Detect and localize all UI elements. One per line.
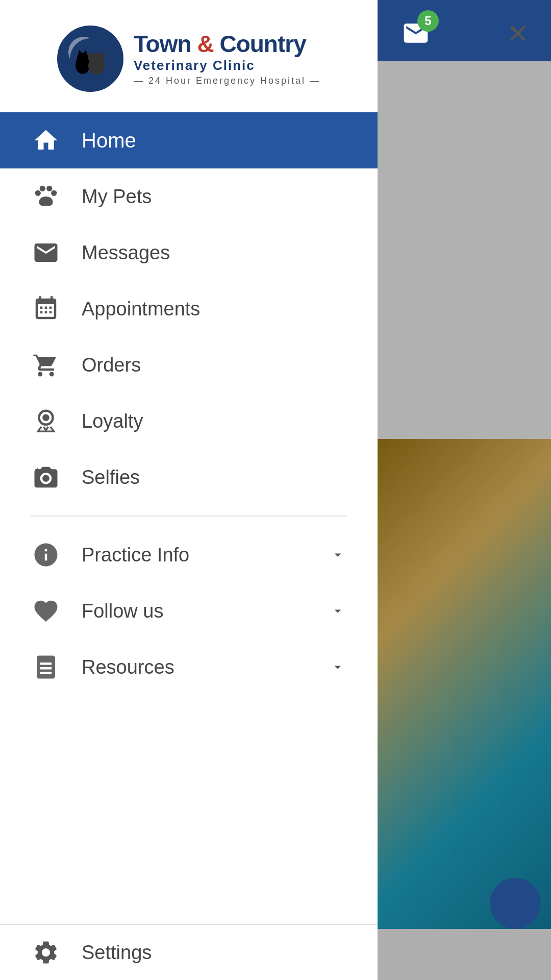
nav-item-selfies[interactable]: Selfies: [0, 449, 378, 505]
drawer-overlay[interactable]: [378, 0, 551, 980]
svg-marker-4: [78, 50, 82, 55]
nav-home-label: Home: [82, 129, 136, 152]
nav-item-messages[interactable]: Messages: [0, 225, 378, 281]
logo-brand-name: Town & Country: [134, 31, 320, 57]
heart-icon: [31, 596, 61, 626]
message-icon: [31, 237, 61, 268]
cart-icon: [31, 350, 61, 380]
nav-item-practice-info[interactable]: Practice Info: [0, 527, 378, 583]
nav-item-loyalty[interactable]: Loyalty: [0, 393, 378, 449]
chevron-down-icon: [329, 546, 347, 564]
nav-messages-label: Messages: [82, 242, 170, 264]
logo-tagline: — 24 Hour Emergency Hospital —: [134, 76, 320, 86]
nav-resources-label: Resources: [82, 656, 308, 678]
message-badge: 5: [417, 10, 439, 32]
svg-point-13: [46, 186, 52, 191]
chevron-down-icon: [329, 658, 347, 676]
info-icon: [31, 540, 61, 570]
nav-item-settings[interactable]: Settings: [0, 924, 378, 980]
nav-selfies-label: Selfies: [82, 467, 140, 488]
nav-orders-label: Orders: [82, 354, 141, 376]
loyalty-icon: [31, 406, 61, 436]
logo-text: Town & Country Veterinary Clinic — 24 Ho…: [134, 31, 320, 87]
svg-point-15: [42, 414, 49, 422]
nav-item-home[interactable]: Home: [0, 112, 378, 168]
home-icon: [31, 125, 61, 156]
nav-item-my-pets[interactable]: My Pets: [0, 168, 378, 225]
logo-clinic-name: Veterinary Clinic: [134, 58, 320, 74]
nav-spacer: [0, 695, 378, 924]
nav-item-resources[interactable]: Resources: [0, 639, 378, 695]
book-icon: [31, 652, 61, 682]
nav-item-orders[interactable]: Orders: [0, 337, 378, 393]
nav-item-appointments[interactable]: Appointments: [0, 281, 378, 337]
logo-area: Town & Country Veterinary Clinic — 24 Ho…: [0, 0, 378, 112]
message-notification-button[interactable]: 5: [393, 10, 439, 56]
close-button[interactable]: [500, 15, 536, 51]
camera-star-icon: [31, 462, 61, 493]
nav-my-pets-label: My Pets: [82, 186, 152, 208]
svg-point-10: [35, 190, 41, 196]
calendar-icon: [31, 293, 61, 324]
paw-icon: [31, 181, 61, 212]
nav-loyalty-label: Loyalty: [82, 410, 143, 432]
svg-point-12: [40, 186, 45, 191]
logo-container: Town & Country Veterinary Clinic — 24 Ho…: [57, 26, 320, 92]
svg-point-16: [42, 475, 49, 482]
nav-divider: [31, 516, 347, 517]
nav-item-follow-us[interactable]: Follow us: [0, 583, 378, 639]
svg-point-11: [51, 190, 57, 196]
nav-appointments-label: Appointments: [82, 298, 200, 320]
nav-follow-us-label: Follow us: [82, 600, 308, 622]
logo-circle: [57, 26, 123, 92]
logo-animals-icon: [60, 28, 121, 89]
chevron-down-icon: [329, 602, 347, 620]
nav-settings-label: Settings: [82, 942, 152, 964]
svg-marker-5: [83, 50, 87, 55]
nav-practice-info-label: Practice Info: [82, 544, 308, 566]
gear-icon: [31, 937, 61, 968]
navigation-drawer: Town & Country Veterinary Clinic — 24 Ho…: [0, 0, 378, 980]
